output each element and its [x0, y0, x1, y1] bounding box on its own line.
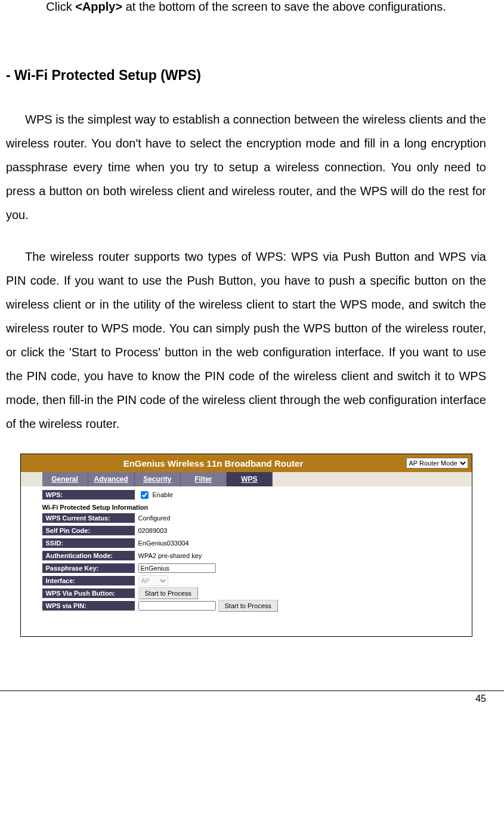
mode-select[interactable]: AP Router Mode — [406, 458, 468, 468]
tabs-row: General Advanced Security Filter WPS — [21, 472, 472, 486]
button-start-push[interactable]: Start to Process — [138, 587, 198, 599]
tab-security[interactable]: Security — [135, 472, 181, 486]
page-footer: 45 — [0, 691, 504, 710]
tab-general[interactable]: General — [42, 472, 88, 486]
value-selfpin: 02089003 — [135, 527, 168, 534]
router-title: EnGenius Wireless 11n Broadband Router — [21, 458, 406, 468]
subheading-wps-info: Wi-Fi Protected Setup Information — [42, 501, 472, 512]
tab-advanced[interactable]: Advanced — [88, 472, 135, 486]
config-area: WPS: Enable Wi-Fi Protected Setup Inform… — [21, 486, 472, 636]
intro-bold: <Apply> — [75, 0, 122, 13]
label-status: WPS Current Status: — [42, 513, 135, 523]
tab-wps[interactable]: WPS — [227, 472, 273, 486]
button-start-pin[interactable]: Start to Process — [218, 600, 278, 612]
label-auth: Authentication Mode: — [42, 551, 135, 560]
label-wps: WPS: — [42, 490, 135, 500]
page-number: 45 — [475, 693, 486, 704]
paragraph-wps-types: The wireless router supports two types o… — [6, 245, 486, 436]
value-status: Configured — [135, 514, 171, 522]
text-enable: Enable — [153, 491, 173, 498]
input-passphrase[interactable] — [138, 563, 216, 573]
intro-prefix: Click — [46, 0, 75, 13]
intro-sentence: Click <Apply> at the bottom of the scree… — [6, 0, 486, 14]
input-pin[interactable] — [138, 601, 216, 611]
label-ssid: SSID: — [42, 538, 135, 548]
intro-suffix: at the bottom of the screen to save the … — [122, 0, 446, 13]
label-interface: Interface: — [42, 576, 135, 585]
label-passphrase: Passphrase Key: — [42, 563, 135, 573]
label-selfpin: Self Pin Code: — [42, 526, 135, 535]
label-push-button: WPS Via Push Button: — [42, 588, 135, 598]
tabs-spacer — [21, 472, 42, 486]
checkbox-enable-wps[interactable] — [141, 491, 149, 499]
tabs-filler — [273, 472, 472, 486]
router-config-screenshot: EnGenius Wireless 11n Broadband Router A… — [20, 454, 472, 637]
router-titlebar: EnGenius Wireless 11n Broadband Router A… — [21, 454, 472, 472]
paragraph-wps-intro: WPS is the simplest way to establish a c… — [6, 107, 486, 227]
section-heading-wps: - Wi-Fi Protected Setup (WPS) — [6, 67, 486, 84]
select-interface[interactable]: AP — [138, 575, 168, 586]
value-auth: WPA2 pre-shared key — [135, 552, 202, 559]
tab-filter[interactable]: Filter — [181, 472, 227, 486]
label-pin: WPS via PIN: — [42, 601, 135, 611]
value-ssid: EnGenius033004 — [135, 540, 189, 547]
